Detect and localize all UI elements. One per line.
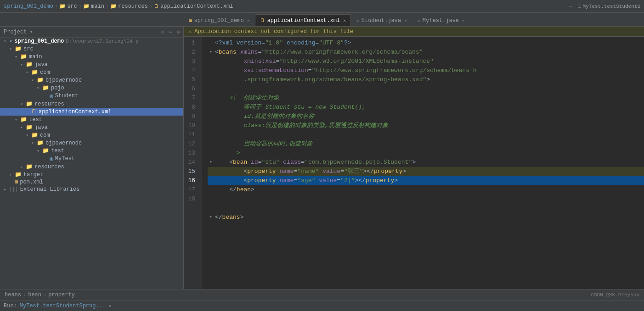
test-java-label: java bbox=[34, 124, 48, 131]
ln-6: 6 bbox=[184, 84, 198, 94]
test-test-arrow: ▾ bbox=[37, 148, 42, 154]
test-test-folder-icon: 📁 bbox=[42, 147, 49, 154]
tree-src[interactable]: ▾ 📁 src bbox=[0, 45, 183, 53]
tab-student[interactable]: ☕ Student.java ✕ bbox=[351, 14, 412, 26]
fold-3 bbox=[209, 57, 215, 66]
ln-13: 13 bbox=[184, 149, 198, 158]
ln-2: 2 bbox=[184, 48, 198, 57]
ln-10: 10 bbox=[184, 121, 198, 130]
ln-12: 12 bbox=[184, 139, 198, 149]
main-icon: 📁 bbox=[83, 3, 90, 9]
code-line-15: <property name="name" value="张三"></prope… bbox=[208, 167, 644, 176]
run-item[interactable]: MyTest.testStudentSprng... bbox=[20, 303, 106, 309]
tree-test-java[interactable]: ▾ 📁 java bbox=[0, 123, 183, 131]
sidebar-scope-icon[interactable]: ⊕ bbox=[161, 29, 164, 35]
tree-pojo[interactable]: ▾ 📁 pojo bbox=[0, 84, 183, 92]
tree-root[interactable]: ▾ ▪ spring_001_demo D:\course\17.Spring\… bbox=[0, 38, 183, 45]
src-label: src bbox=[23, 46, 34, 52]
root-label: spring_001_demo bbox=[14, 38, 64, 44]
tree-test-bjpowernode[interactable]: ▾ 📁 bjpowernode bbox=[0, 139, 183, 147]
tree-test-com[interactable]: ▾ 📁 com bbox=[0, 131, 183, 139]
tree-student[interactable]: ◉ Student bbox=[0, 92, 183, 100]
tab-bar: m spring_001_demo ✕ 🗒 applicationContext… bbox=[0, 13, 644, 27]
main-folder-icon: 📁 bbox=[20, 53, 27, 60]
tree-appcontext[interactable]: 🗒 applicationContext.xml bbox=[0, 108, 183, 116]
tab-mytest-close[interactable]: ✕ bbox=[462, 18, 465, 23]
ln-9: 9 bbox=[184, 112, 198, 121]
status-breadcrumb: beans › bean › property bbox=[5, 292, 75, 298]
tree-target[interactable]: ▸ 📁 target bbox=[0, 171, 183, 178]
code-line-12: 启动容器的同时,创建对象 bbox=[208, 139, 644, 149]
tab-spring[interactable]: m spring_001_demo ✕ bbox=[184, 14, 255, 26]
ln-7: 7 bbox=[184, 94, 198, 103]
fold-19 bbox=[209, 204, 215, 213]
tree-bjpowernode[interactable]: ▾ 📁 bjpowernode bbox=[0, 76, 183, 84]
tree-com[interactable]: ▾ 📁 com bbox=[0, 68, 183, 76]
fold-4 bbox=[209, 66, 215, 75]
fold-10 bbox=[209, 121, 215, 130]
student-label: Student bbox=[55, 93, 78, 99]
sidebar-collapse-icon[interactable]: ⇔ bbox=[169, 29, 172, 35]
tab-spring-close[interactable]: ✕ bbox=[247, 18, 250, 23]
ln-18: 18 bbox=[184, 194, 198, 204]
file-icon: 🗒 bbox=[154, 3, 159, 9]
resources-main-arrow: ▾ bbox=[20, 101, 26, 107]
com-arrow: ▾ bbox=[26, 70, 31, 75]
bjpowernode-arrow: ▾ bbox=[31, 78, 37, 83]
warning-bar: ⚠ Application context not configured for… bbox=[184, 27, 644, 37]
pojo-label: pojo bbox=[51, 85, 64, 91]
maximize-button[interactable]: □ bbox=[578, 4, 581, 9]
ln-4: 4 bbox=[184, 66, 198, 75]
code-line-16[interactable]: <property name="age" value="2|"></proper… bbox=[208, 176, 644, 185]
src-icon: 📁 bbox=[59, 3, 66, 9]
run-label: Run: bbox=[4, 303, 17, 309]
tree-mytest[interactable]: ◉ MyTest bbox=[0, 155, 183, 163]
tab-student-close[interactable]: ✕ bbox=[404, 18, 407, 23]
status-sep1: › bbox=[23, 292, 26, 298]
tree-resources-test[interactable]: ▸ 📁 resources bbox=[0, 163, 183, 171]
code-line-9: id:就是创建的对象的名称 bbox=[208, 112, 644, 121]
resources-icon: 📁 bbox=[110, 3, 117, 9]
tab-spring-icon: m bbox=[189, 18, 192, 23]
tab-mytest[interactable]: ☕ MyTest.java ✕ bbox=[412, 14, 470, 26]
fold-14[interactable]: ▾ bbox=[209, 158, 215, 167]
tab-appcontext[interactable]: 🗒 applicationContext.xml ✕ bbox=[255, 14, 351, 26]
code-content[interactable]: <?xml version="1.0" encoding="UTF-8"?> ▾… bbox=[202, 37, 644, 289]
src-arrow: ▾ bbox=[9, 46, 15, 52]
tree-test[interactable]: ▾ 📁 test bbox=[0, 116, 183, 123]
status-bar: beans › bean › property CSDN @KK-Greyson bbox=[0, 289, 644, 300]
tree-test-test[interactable]: ▾ 📁 test bbox=[0, 147, 183, 155]
test-com-arrow: ▾ bbox=[26, 133, 31, 138]
bjpowernode-folder-icon: 📁 bbox=[37, 77, 44, 83]
code-line-14: ▾ <bean id="stu" class="com.bjpowernode.… bbox=[208, 158, 644, 167]
warning-icon: ⚠ bbox=[188, 28, 192, 35]
tree-main[interactable]: ▾ 📁 main bbox=[0, 53, 183, 61]
file-crumb: applicationContext.xml bbox=[160, 3, 233, 10]
root-folder-icon: ▪ bbox=[9, 38, 12, 44]
test-java-arrow: ▾ bbox=[20, 125, 26, 130]
resources-main-label: resources bbox=[34, 101, 64, 107]
resources-crumb: resources bbox=[118, 3, 148, 10]
tree-resources-main[interactable]: ▾ 📁 resources bbox=[0, 100, 183, 108]
tree-external[interactable]: ▸ ||| External Libraries bbox=[0, 186, 183, 193]
pojo-folder-icon: 📁 bbox=[42, 84, 49, 91]
fold-7 bbox=[209, 94, 215, 103]
minimize-button[interactable]: ─ bbox=[569, 4, 572, 9]
fold-2[interactable]: ▾ bbox=[209, 48, 215, 57]
sidebar-header: Project ▾ ⊕ ⇔ ⚙ bbox=[0, 27, 183, 38]
run-close-icon[interactable]: ✕ bbox=[108, 303, 112, 309]
code-line-8: 等同于 Student stu = new Student(); bbox=[208, 103, 644, 112]
tree-java[interactable]: ▾ 📁 java bbox=[0, 61, 183, 68]
tab-appcontext-close[interactable]: ✕ bbox=[343, 18, 346, 23]
fold-20[interactable]: ▾ bbox=[209, 213, 215, 222]
resources-test-label: resources bbox=[34, 164, 64, 170]
code-line-18 bbox=[208, 194, 644, 204]
tab-mytest-icon: ☕ bbox=[417, 17, 420, 23]
sidebar-dropdown-icon[interactable]: ▾ bbox=[29, 28, 33, 35]
sidebar-settings-icon[interactable]: ⚙ bbox=[176, 29, 180, 35]
ln-15: 15 bbox=[184, 167, 198, 176]
code-line-4: xsi:schemaLocation="http://www.springfra… bbox=[208, 66, 644, 75]
tree-pom[interactable]: m pom.xml bbox=[0, 178, 183, 186]
test-bjpowernode-label: bjpowernode bbox=[45, 140, 82, 146]
fold-16 bbox=[209, 176, 215, 185]
